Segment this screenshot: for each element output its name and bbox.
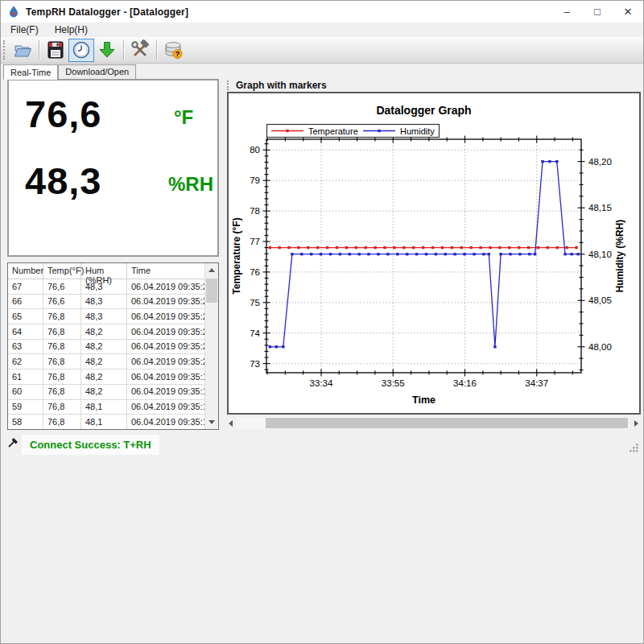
svg-text:76: 76 <box>250 267 260 277</box>
table-row[interactable]: 6576,848,306.04.2019 09:35:27 <box>8 309 204 324</box>
realtime-clock-button[interactable] <box>68 39 94 62</box>
table-row[interactable]: 6076,848,206.04.2019 09:35:16 <box>8 385 204 400</box>
download-button[interactable] <box>94 39 120 62</box>
table-cell: 48,1 <box>81 415 127 429</box>
svg-text:48,15: 48,15 <box>588 203 612 213</box>
table-row[interactable]: 6276,848,206.04.2019 09:35:21 <box>8 354 204 369</box>
save-button[interactable] <box>43 39 68 62</box>
table-cell: 48,1 <box>81 400 127 415</box>
table-cell: 76,8 <box>43 340 81 354</box>
graph-panel-title: Graph with markers <box>236 80 327 91</box>
readout-panel: 76,6 °F 48,3 %RH <box>7 79 219 257</box>
table-cell: 06.04.2019 09:35:25 <box>127 324 204 339</box>
table-cell: 06.04.2019 09:35:18 <box>127 369 204 384</box>
open-file-button[interactable] <box>10 39 35 62</box>
toolbar-grip[interactable] <box>3 40 6 60</box>
humidity-unit: %RH <box>168 173 213 196</box>
table-row[interactable]: 6376,848,206.04.2019 09:35:23 <box>8 340 204 355</box>
svg-text:77: 77 <box>250 237 260 246</box>
table-cell: 59 <box>8 400 43 415</box>
table-row[interactable]: 6776,648,306.04.2019 09:35:31 <box>8 279 204 295</box>
table-cell: 06.04.2019 09:35:14 <box>127 400 204 415</box>
graph-panel-grip[interactable] <box>227 80 230 90</box>
svg-text:48,00: 48,00 <box>588 342 612 352</box>
table-row[interactable]: 6476,848,206.04.2019 09:35:25 <box>8 324 204 340</box>
tab-strip: Real-Time Download/Open <box>3 64 136 79</box>
col-header-hum[interactable]: Hum (%RH) <box>81 263 127 279</box>
table-cell: 67 <box>8 279 43 294</box>
app-window: TempRH Datalogger - [Datalogger] – □ ✕ F… <box>0 0 644 644</box>
status-message-chip: Connect Success: T+RH <box>22 435 159 455</box>
svg-text:?: ? <box>175 50 180 58</box>
svg-text:73: 73 <box>250 359 260 369</box>
scrollbar-thumb[interactable] <box>266 418 628 428</box>
scroll-left-icon[interactable] <box>224 417 237 429</box>
table-cell: 48,2 <box>81 369 127 384</box>
minimize-button[interactable]: – <box>551 1 582 23</box>
resize-grip-icon[interactable] <box>628 442 639 453</box>
table-row[interactable]: 6176,848,206.04.2019 09:35:18 <box>8 369 204 385</box>
table-cell: 06.04.2019 09:35:31 <box>127 279 204 294</box>
col-header-time[interactable]: Time <box>127 263 204 279</box>
menu-help[interactable]: Help(H) <box>48 23 94 36</box>
table-row[interactable]: 6676,648,306.04.2019 09:35:29 <box>8 295 204 310</box>
table-cell: 48,2 <box>81 324 127 339</box>
svg-text:48,10: 48,10 <box>588 250 612 259</box>
svg-text:Time: Time <box>412 394 436 406</box>
window-controls: – □ ✕ <box>551 1 643 23</box>
tools-icon <box>130 39 151 60</box>
table-cell: 48,3 <box>81 295 127 309</box>
toolbar-separator <box>39 40 39 60</box>
table-row[interactable]: 5976,848,106.04.2019 09:35:14 <box>8 400 204 415</box>
svg-text:48,05: 48,05 <box>588 295 612 305</box>
menu-bar: File(F) Help(H) <box>1 23 643 37</box>
menu-file[interactable]: File(F) <box>4 23 45 36</box>
scroll-down-icon[interactable] <box>205 415 218 429</box>
table-cell: 48,2 <box>81 354 127 369</box>
table-cell: 76,6 <box>43 295 81 309</box>
humidity-value: 48,3 <box>25 159 101 203</box>
database-help-button[interactable]: ? <box>160 39 186 62</box>
svg-text:Humidity (%RH): Humidity (%RH) <box>614 220 625 293</box>
table-cell: 76,8 <box>43 415 81 429</box>
svg-text:33:34: 33:34 <box>310 378 333 388</box>
svg-text:78: 78 <box>250 206 260 216</box>
settings-tools-button[interactable] <box>127 39 153 62</box>
svg-text:Temperature: Temperature <box>308 126 358 136</box>
col-header-temp[interactable]: Temp(°F) <box>43 263 81 279</box>
table-cell: 76,8 <box>43 369 81 384</box>
scroll-right-icon[interactable] <box>630 417 642 429</box>
open-folder-icon <box>12 39 33 60</box>
svg-text:80: 80 <box>250 145 260 155</box>
col-header-number[interactable]: Number <box>8 263 43 279</box>
svg-text:79: 79 <box>250 175 260 185</box>
table-row[interactable]: 5876,848,106.04.2019 09:35:12 <box>8 415 204 429</box>
svg-text:Humidity: Humidity <box>400 126 435 136</box>
table-cell: 06.04.2019 09:35:16 <box>127 385 204 399</box>
table-cell: 65 <box>8 309 43 324</box>
toolbar: ? <box>1 37 643 64</box>
table-body: 6776,648,306.04.2019 09:35:316676,648,30… <box>8 279 204 429</box>
window-title: TempRH Datalogger - [Datalogger] <box>26 6 188 18</box>
maximize-button[interactable]: □ <box>582 1 613 23</box>
scroll-up-icon[interactable] <box>205 263 218 277</box>
tab-download-open[interactable]: Download/Open <box>58 64 136 79</box>
table-cell: 76,8 <box>43 309 81 324</box>
svg-text:34:16: 34:16 <box>453 378 477 388</box>
table-cell: 76,8 <box>43 324 81 339</box>
graph-horizontal-scrollbar[interactable] <box>224 417 642 429</box>
tab-real-time[interactable]: Real-Time <box>3 64 58 80</box>
table-cell: 76,8 <box>43 354 81 369</box>
title-bar: TempRH Datalogger - [Datalogger] – □ ✕ <box>1 1 643 23</box>
app-icon <box>7 6 20 19</box>
table-cell: 06.04.2019 09:35:21 <box>127 354 204 369</box>
table-vertical-scrollbar[interactable] <box>204 263 218 429</box>
svg-text:33:55: 33:55 <box>382 378 405 388</box>
download-arrow-icon <box>97 39 118 60</box>
connection-icon <box>7 436 20 449</box>
table-cell: 48,3 <box>81 279 127 294</box>
close-button[interactable]: ✕ <box>613 1 643 23</box>
scrollbar-thumb[interactable] <box>206 279 217 303</box>
status-bar: Connect Success: T+RH <box>1 433 643 456</box>
table-cell: 64 <box>8 324 43 339</box>
